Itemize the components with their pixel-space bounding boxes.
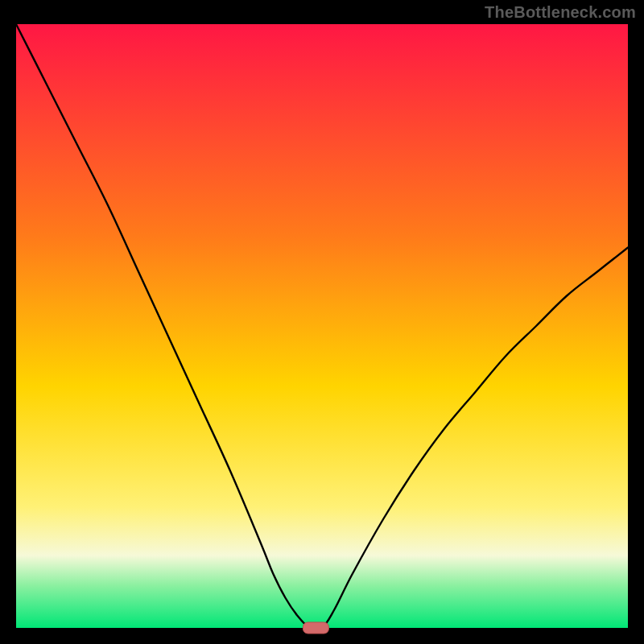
- watermark-text: TheBottleneck.com: [485, 3, 636, 22]
- bottleneck-chart: [0, 0, 644, 644]
- optimal-marker: [303, 622, 328, 634]
- chart-stage: TheBottleneck.com: [0, 0, 644, 644]
